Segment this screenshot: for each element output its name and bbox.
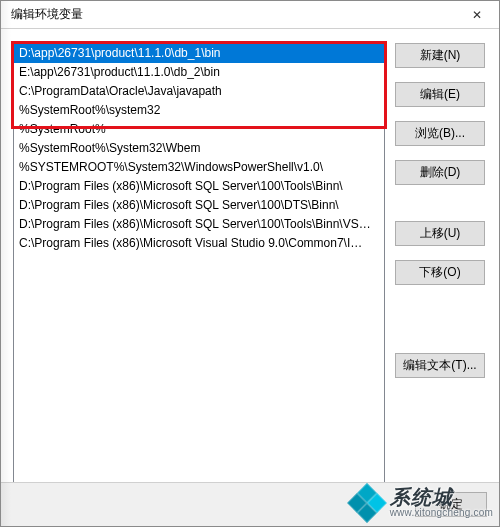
move-down-button[interactable]: 下移(O) xyxy=(395,260,485,285)
edit-text-button[interactable]: 编辑文本(T)... xyxy=(395,353,485,378)
list-item[interactable]: %SystemRoot%\System32\Wbem xyxy=(14,139,384,158)
close-icon: ✕ xyxy=(472,8,482,22)
content-area: D:\app\26731\product\11.1.0\db_1\binE:\a… xyxy=(1,29,499,526)
dialog-window: 编辑环境变量 ✕ D:\app\26731\product\11.1.0\db_… xyxy=(0,0,500,527)
ok-button[interactable]: 确定 xyxy=(415,492,487,517)
list-item[interactable]: D:\Program Files (x86)\Microsoft SQL Ser… xyxy=(14,196,384,215)
list-item[interactable]: %SystemRoot%\system32 xyxy=(14,101,384,120)
list-item[interactable]: D:\app\26731\product\11.1.0\db_1\bin xyxy=(14,44,384,63)
edit-button[interactable]: 编辑(E) xyxy=(395,82,485,107)
close-button[interactable]: ✕ xyxy=(455,1,499,29)
titlebar: 编辑环境变量 ✕ xyxy=(1,1,499,29)
list-item[interactable]: %SystemRoot% xyxy=(14,120,384,139)
list-item[interactable]: C:\ProgramData\Oracle\Java\javapath xyxy=(14,82,384,101)
window-title: 编辑环境变量 xyxy=(11,6,83,23)
side-button-column: 新建(N) 编辑(E) 浏览(B)... 删除(D) 上移(U) 下移(O) 编… xyxy=(395,43,485,516)
move-up-button[interactable]: 上移(U) xyxy=(395,221,485,246)
new-button[interactable]: 新建(N) xyxy=(395,43,485,68)
browse-button[interactable]: 浏览(B)... xyxy=(395,121,485,146)
delete-button[interactable]: 删除(D) xyxy=(395,160,485,185)
list-item[interactable]: D:\Program Files (x86)\Microsoft SQL Ser… xyxy=(14,177,384,196)
path-listbox[interactable]: D:\app\26731\product\11.1.0\db_1\binE:\a… xyxy=(13,43,385,483)
list-item[interactable]: C:\Program Files (x86)\Microsoft Visual … xyxy=(14,234,384,253)
list-item[interactable]: %SYSTEMROOT%\System32\WindowsPowerShell\… xyxy=(14,158,384,177)
list-item[interactable]: E:\app\26731\product\11.1.0\db_2\bin xyxy=(14,63,384,82)
bottom-bar: 确定 xyxy=(1,482,499,526)
list-item[interactable]: D:\Program Files (x86)\Microsoft SQL Ser… xyxy=(14,215,384,234)
